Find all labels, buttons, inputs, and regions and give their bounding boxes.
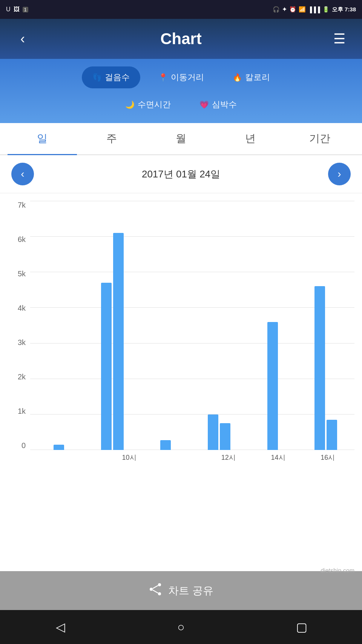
- nav-back-button[interactable]: ◁: [45, 620, 75, 634]
- svg-line-4: [153, 590, 158, 593]
- y-label-7k: 7k: [18, 201, 26, 210]
- filter-heartrate-label: 심박수: [212, 99, 237, 110]
- filter-distance-label: 이동거리: [171, 72, 204, 83]
- filter-sleep[interactable]: 🌙 수면시간: [115, 94, 181, 116]
- tab-period[interactable]: 기간: [285, 123, 354, 155]
- filter-sleep-label: 수면시간: [138, 99, 171, 110]
- bar-group: [139, 201, 192, 450]
- bar: [208, 414, 218, 450]
- x-label-group: [55, 453, 104, 462]
- bar: [101, 283, 112, 450]
- svg-point-1: [158, 592, 161, 595]
- x-axis: 10시12시14시16시: [30, 450, 354, 465]
- bar-group: [192, 201, 246, 450]
- sleep-icon: 🌙: [125, 100, 135, 109]
- tab-week[interactable]: 주: [77, 123, 146, 155]
- distance-icon: 📍: [158, 73, 168, 82]
- filter-calories[interactable]: 🔥 칼로리: [222, 66, 281, 88]
- nav-home-button[interactable]: ○: [166, 620, 196, 634]
- page-title: Chart: [34, 30, 328, 48]
- bar: [314, 286, 325, 450]
- bar: [220, 423, 230, 450]
- y-label-1k: 1k: [18, 407, 26, 416]
- chart-inner: 7k 6k 5k 4k 3k 2k 1k 0: [0, 201, 362, 465]
- battery-icon: 🔋: [322, 6, 330, 13]
- status-bar-right: 🎧 ✦ ⏰ 📶 ▐▐▐ 🔋 오후 7:38: [273, 6, 356, 13]
- tab-year[interactable]: 년: [216, 123, 285, 155]
- bar-group: [86, 201, 139, 450]
- chart-plot: 10시12시14시16시: [30, 201, 354, 465]
- calories-icon: 🔥: [233, 73, 242, 82]
- bars-wrapper: [30, 201, 354, 450]
- y-label-6k: 6k: [18, 235, 26, 244]
- y-label-2k: 2k: [18, 373, 26, 381]
- svg-point-0: [158, 583, 161, 586]
- y-axis: 7k 6k 5k 4k 3k 2k 1k 0: [8, 201, 30, 465]
- filter-row-1: 👣 걸음수 📍 이동거리 🔥 칼로리: [11, 66, 351, 88]
- app-icon-img: 🖼: [14, 6, 20, 13]
- next-date-button[interactable]: ›: [328, 163, 351, 185]
- bar: [267, 322, 278, 450]
- bottom-area: 차트 공유 dietshin.com: [0, 571, 362, 610]
- app-icon-u: U: [6, 6, 11, 13]
- filter-distance[interactable]: 📍 이동거리: [148, 66, 215, 88]
- x-label: 16시: [321, 453, 335, 462]
- svg-line-3: [153, 585, 158, 589]
- filter-steps[interactable]: 👣 걸음수: [82, 66, 140, 88]
- bar-group: [299, 201, 353, 450]
- bar-group: [246, 201, 299, 450]
- y-label-4k: 4k: [18, 304, 26, 313]
- share-button[interactable]: 차트 공유: [0, 571, 362, 610]
- bottom-nav: ◁ ○ ▢: [0, 610, 362, 644]
- x-label-group: 16시: [303, 453, 353, 462]
- clock-icon: ⏰: [289, 6, 296, 13]
- date-navigator: ‹ 2017년 01월 24일 ›: [0, 155, 362, 193]
- bar-group: [32, 201, 86, 450]
- nav-recent-button[interactable]: ▢: [287, 620, 317, 634]
- y-label-3k: 3k: [18, 338, 26, 347]
- bar: [327, 420, 337, 450]
- signal-icon: ▐▐▐: [308, 6, 320, 13]
- filter-row-2: 🌙 수면시간 💗 심박수: [11, 94, 351, 116]
- tab-day[interactable]: 일: [8, 123, 77, 155]
- share-label: 차트 공유: [168, 584, 213, 598]
- svg-point-2: [150, 588, 153, 591]
- bar: [113, 233, 124, 450]
- x-label: 12시: [221, 453, 236, 462]
- filter-heartrate[interactable]: 💗 심박수: [189, 94, 247, 116]
- filter-calories-label: 칼로리: [245, 72, 270, 83]
- menu-button[interactable]: ☰: [328, 31, 351, 47]
- time-display: 오후 7:38: [332, 6, 356, 13]
- chart-container: 7k 6k 5k 4k 3k 2k 1k 0: [0, 193, 362, 571]
- x-label-group: 10시: [104, 453, 154, 462]
- back-button[interactable]: ‹: [11, 31, 34, 47]
- wifi-icon: 📶: [299, 6, 306, 13]
- tab-month[interactable]: 월: [146, 123, 216, 155]
- filter-steps-label: 걸음수: [105, 72, 130, 83]
- x-label: 14시: [271, 453, 285, 462]
- x-label-group: [154, 453, 204, 462]
- heartrate-icon: 💗: [199, 100, 209, 109]
- period-tabs: 일 주 월 년 기간: [0, 123, 362, 155]
- steps-icon: 👣: [92, 73, 102, 82]
- header: ‹ Chart ☰: [0, 19, 362, 59]
- app-icon-1: 1: [23, 7, 28, 12]
- share-icon: [149, 582, 162, 599]
- current-date: 2017년 01월 24일: [142, 168, 220, 181]
- y-label-0: 0: [21, 441, 26, 450]
- status-bar: U 🖼 1 🎧 ✦ ⏰ 📶 ▐▐▐ 🔋 오후 7:38: [0, 0, 362, 19]
- bar: [160, 440, 171, 450]
- watermark: dietshin.com: [321, 567, 354, 574]
- bar: [54, 445, 64, 450]
- x-label-group: 14시: [253, 453, 303, 462]
- filter-tabs: 👣 걸음수 📍 이동거리 🔥 칼로리 🌙 수면시간 💗 심박수: [0, 59, 362, 123]
- status-bar-left: U 🖼 1: [6, 6, 28, 13]
- y-label-5k: 5k: [18, 270, 26, 278]
- bluetooth-icon: ✦: [282, 6, 287, 13]
- x-label: 10시: [122, 453, 136, 462]
- prev-date-button[interactable]: ‹: [11, 163, 34, 185]
- x-label-group: 12시: [204, 453, 253, 462]
- x-labels: 10시12시14시16시: [53, 453, 354, 462]
- headphone-icon: 🎧: [273, 6, 280, 13]
